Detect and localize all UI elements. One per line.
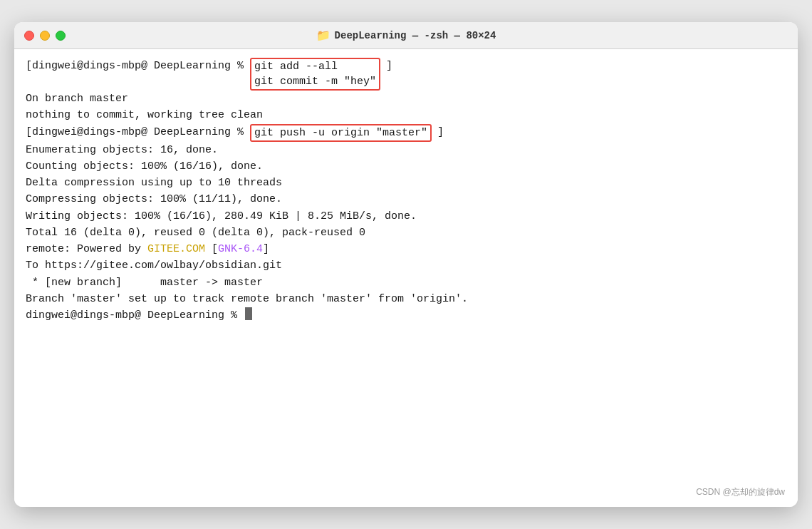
maximize-button[interactable] bbox=[56, 31, 66, 41]
titlebar: 📁 DeepLearning — -zsh — 80×24 bbox=[14, 22, 798, 49]
output-gitee: remote: Powered by GITEE.COM [ GNK-6.4 ] bbox=[26, 241, 786, 257]
output-to: To https://gitee.com/owlbay/obsidian.git bbox=[26, 257, 786, 274]
right-bracket-1: ] bbox=[380, 58, 392, 74]
prompt-2: [dingwei@dings-mbp@ DeepLearning % bbox=[26, 124, 250, 140]
window-buttons bbox=[24, 31, 66, 41]
git-add-commit-box: git add --all git commit -m "hey" bbox=[250, 58, 380, 91]
gnk-text: GNK-6.4 bbox=[218, 241, 263, 257]
title-text: DeepLearning — -zsh — 80×24 bbox=[335, 30, 496, 41]
output-nothing-text: nothing to commit, working tree clean bbox=[26, 107, 263, 123]
output-delta: Delta compression using up to 10 threads bbox=[26, 175, 786, 191]
output-enum: Enumerating objects: 16, done. bbox=[26, 142, 786, 158]
terminal-body[interactable]: [dingwei@dings-mbp@ DeepLearning % git a… bbox=[14, 49, 798, 507]
output-line-branch: On branch master bbox=[26, 91, 786, 107]
output-new-branch: * [new branch] master -> master bbox=[26, 274, 786, 291]
final-prompt: dingwei@dings-mbp@ DeepLearning % bbox=[26, 307, 244, 324]
right-bracket-2: ] bbox=[432, 124, 444, 140]
close-button[interactable] bbox=[24, 31, 34, 41]
output-compress: Compressing objects: 100% (11/11), done. bbox=[26, 191, 786, 207]
output-branch-text: On branch master bbox=[26, 91, 128, 107]
git-push-box: git push -u origin "master" bbox=[250, 124, 432, 142]
prompt-1: [dingwei@dings-mbp@ DeepLearning % bbox=[26, 58, 250, 74]
window-title: 📁 DeepLearning — -zsh — 80×24 bbox=[316, 29, 496, 43]
output-line-nothing: nothing to commit, working tree clean bbox=[26, 107, 786, 123]
output-writing: Writing objects: 100% (16/16), 280.49 Ki… bbox=[26, 208, 786, 225]
output-count: Counting objects: 100% (16/16), done. bbox=[26, 158, 786, 175]
cmd-line-1: [dingwei@dings-mbp@ DeepLearning % git a… bbox=[26, 58, 786, 91]
final-prompt-line: dingwei@dings-mbp@ DeepLearning % bbox=[26, 307, 786, 324]
terminal-window: 📁 DeepLearning — -zsh — 80×24 [dingwei@d… bbox=[14, 22, 798, 507]
gitee-text: GITEE.COM bbox=[147, 241, 205, 257]
minimize-button[interactable] bbox=[40, 31, 50, 41]
output-total: Total 16 (delta 0), reused 0 (delta 0), … bbox=[26, 225, 786, 241]
folder-icon: 📁 bbox=[316, 29, 330, 43]
watermark: CSDN @忘却的旋律dw bbox=[696, 486, 785, 498]
cursor bbox=[245, 307, 252, 320]
output-branch-set: Branch 'master' set up to track remote b… bbox=[26, 291, 786, 307]
cmd-line-push: [dingwei@dings-mbp@ DeepLearning % git p… bbox=[26, 124, 786, 142]
